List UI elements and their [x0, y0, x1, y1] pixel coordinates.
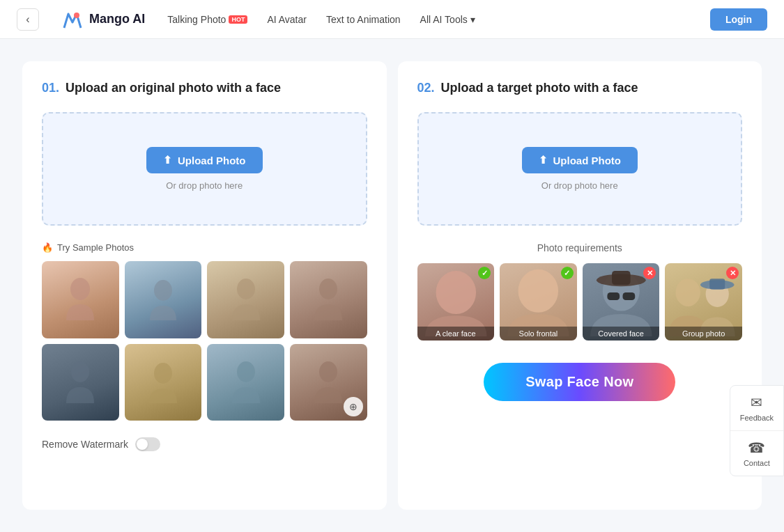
photo-requirements-label: Photo requirements — [417, 242, 743, 253]
svg-point-8 — [319, 361, 337, 382]
svg-rect-19 — [710, 279, 725, 289]
sample-3[interactable] — [207, 261, 284, 338]
upload-photo-button-2[interactable]: ⬆ Upload Photo — [522, 147, 638, 173]
sample-2[interactable] — [125, 261, 202, 338]
drop-hint-1: Or drop photo here — [166, 180, 243, 191]
svg-rect-14 — [607, 292, 620, 300]
hot-badge: HOT — [229, 15, 247, 24]
sample-8[interactable]: ⊕ — [290, 344, 367, 421]
svg-point-0 — [74, 13, 79, 18]
swap-section: Swap Face Now — [417, 363, 743, 401]
header-left: ‹ Mango AI Talking Photo HOT AI Avatar T… — [17, 8, 475, 31]
req-label-solo-frontal: Solo frontal — [500, 327, 577, 341]
nav-all-ai-tools[interactable]: All AI Tools ▾ — [420, 14, 475, 25]
feedback-label: Feedback — [740, 414, 774, 422]
logo-text: Mango AI — [89, 12, 145, 26]
sample-1[interactable] — [42, 261, 119, 338]
dropdown-icon: ▾ — [470, 14, 475, 25]
floating-sidebar: ✉ Feedback ☎ Contact — [730, 385, 784, 476]
panel1-title: 01. Upload an original photo with a face — [42, 81, 367, 95]
badge-solo-frontal: ✓ — [561, 267, 574, 279]
carousel-next-button[interactable]: ⊕ — [344, 397, 363, 416]
sample-4[interactable] — [290, 261, 367, 338]
watermark-row: Remove Watermark — [42, 437, 367, 451]
toggle-knob — [137, 439, 148, 450]
svg-point-3 — [237, 279, 255, 299]
req-solo-frontal[interactable]: ✓ Solo frontal — [500, 263, 577, 341]
sample-7[interactable] — [207, 344, 284, 421]
panel-target: 02. Upload a target photo with a face ⬆ … — [398, 61, 762, 510]
svg-point-9 — [436, 271, 476, 314]
badge-group-photo: ✕ — [726, 267, 739, 279]
req-label-clear-face: A clear face — [417, 327, 495, 341]
nav: Talking Photo HOT AI Avatar Text to Anim… — [167, 14, 475, 25]
requirements-grid: ✓ A clear face ✓ Solo frontal — [417, 263, 743, 341]
svg-rect-15 — [622, 292, 635, 300]
upload-area-2[interactable]: ⬆ Upload Photo Or drop photo here — [417, 112, 743, 226]
main-content: 01. Upload an original photo with a face… — [0, 39, 784, 532]
sample-5[interactable] — [42, 344, 119, 421]
upload-icon-1: ⬆ — [163, 154, 172, 166]
watermark-toggle[interactable] — [135, 437, 160, 451]
login-button[interactable]: Login — [710, 8, 767, 31]
upload-photo-button-1[interactable]: ⬆ Upload Photo — [146, 147, 263, 173]
req-covered-face[interactable]: ✕ Covered face — [583, 263, 660, 341]
nav-talking-photo[interactable]: Talking Photo HOT — [167, 14, 247, 25]
logo: Mango AI — [61, 8, 145, 31]
sample-icon: 🔥 — [42, 242, 53, 253]
upload-icon-2: ⬆ — [539, 154, 548, 166]
panel2-title: 02. Upload a target photo with a face — [417, 81, 743, 95]
req-label-group-photo: Group photo — [665, 327, 742, 341]
nav-ai-avatar[interactable]: AI Avatar — [267, 14, 307, 25]
panel-original: 01. Upload an original photo with a face… — [22, 61, 387, 510]
svg-point-5 — [71, 361, 89, 382]
badge-clear-face: ✓ — [478, 267, 491, 279]
feedback-button[interactable]: ✉ Feedback — [730, 386, 783, 431]
svg-point-4 — [319, 279, 337, 299]
svg-point-2 — [154, 280, 172, 301]
nav-text-to-animation[interactable]: Text to Animation — [326, 14, 401, 25]
req-group-photo[interactable]: ✕ Group photo — [665, 263, 742, 341]
req-clear-face[interactable]: ✓ A clear face — [417, 263, 495, 341]
req-label-covered-face: Covered face — [583, 327, 660, 341]
contact-button[interactable]: ☎ Contact — [730, 431, 783, 476]
drop-hint-2: Or drop photo here — [541, 180, 618, 191]
upload-area-1[interactable]: ⬆ Upload Photo Or drop photo here — [42, 112, 367, 226]
back-button[interactable]: ‹ — [17, 8, 39, 31]
contact-icon: ☎ — [748, 439, 765, 456]
svg-point-16 — [676, 279, 700, 306]
back-icon: ‹ — [26, 13, 29, 26]
feedback-icon: ✉ — [751, 394, 762, 411]
sample-grid: ⊕ — [42, 261, 367, 421]
header: ‹ Mango AI Talking Photo HOT AI Avatar T… — [0, 0, 784, 39]
swap-face-button[interactable]: Swap Face Now — [484, 363, 675, 401]
logo-icon — [61, 8, 84, 31]
sample-6[interactable] — [125, 344, 202, 421]
svg-point-7 — [237, 361, 255, 382]
svg-rect-13 — [612, 271, 631, 285]
svg-point-1 — [70, 278, 90, 300]
contact-label: Contact — [744, 459, 770, 467]
svg-point-10 — [518, 269, 559, 313]
sample-label: 🔥 Try Sample Photos — [42, 242, 367, 253]
watermark-label: Remove Watermark — [42, 439, 128, 450]
svg-point-6 — [154, 363, 172, 384]
